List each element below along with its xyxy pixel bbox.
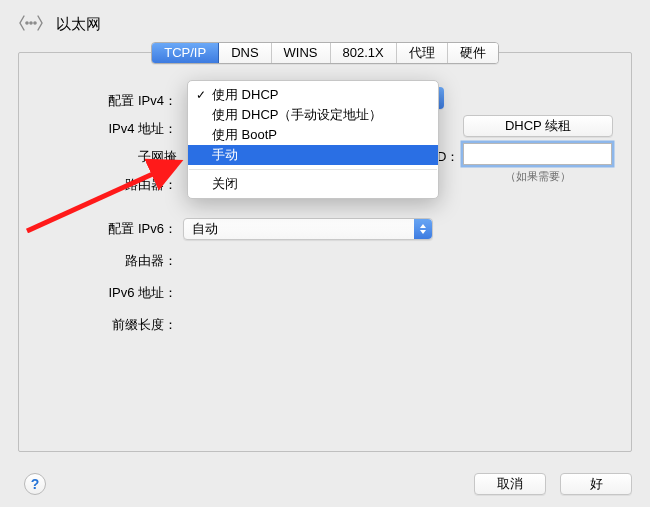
tab-proxy[interactable]: 代理 [397,43,448,63]
dropdown-separator [189,169,437,170]
settings-panel: TCP/IP DNS WINS 802.1X 代理 硬件 DHCP 续租 D： … [18,52,632,452]
tab-tcpip[interactable]: TCP/IP [152,43,219,63]
label-router-v6: 路由器： [19,252,183,270]
cancel-button[interactable]: 取消 [474,473,546,495]
configure-ipv6-value: 自动 [192,220,218,238]
dropdown-item-manual[interactable]: 手动 [188,145,438,165]
label-subnet-mask: 子网掩 [19,148,183,166]
tab-strip: TCP/IP DNS WINS 802.1X 代理 硬件 [151,42,499,64]
tab-dns[interactable]: DNS [219,43,271,63]
ethernet-icon [18,10,44,39]
tab-8021x[interactable]: 802.1X [331,43,397,63]
label-prefix-length: 前缀长度： [19,316,183,334]
svg-point-1 [30,22,32,24]
svg-point-2 [34,22,36,24]
tab-wins[interactable]: WINS [272,43,331,63]
dropdown-item-bootp[interactable]: 使用 BootP [188,125,438,145]
configure-ipv4-dropdown: 使用 DHCP 使用 DHCP（手动设定地址） 使用 BootP 手动 关闭 [187,80,439,199]
label-router-v4: 路由器： [19,176,183,194]
label-ipv4-address: IPv4 地址： [19,120,183,138]
dropdown-item-dhcp-manual[interactable]: 使用 DHCP（手动设定地址） [188,105,438,125]
svg-point-0 [26,22,28,24]
chevron-up-down-icon [414,219,432,239]
tab-hardware[interactable]: 硬件 [448,43,498,63]
label-configure-ipv4: 配置 IPv4： [19,92,183,110]
ok-button[interactable]: 好 [560,473,632,495]
dropdown-item-off[interactable]: 关闭 [188,174,438,194]
label-configure-ipv6: 配置 IPv6： [19,220,183,238]
dropdown-item-dhcp[interactable]: 使用 DHCP [188,85,438,105]
configure-ipv6-select[interactable]: 自动 [183,218,433,240]
page-title: 以太网 [56,15,101,34]
label-ipv6-address: IPv6 地址： [19,284,183,302]
